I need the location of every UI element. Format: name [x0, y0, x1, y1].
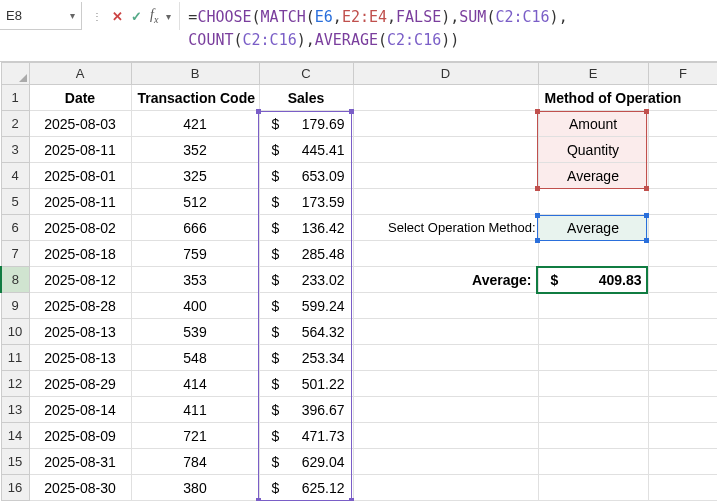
cell[interactable] — [353, 189, 538, 215]
cell[interactable]: 2025-08-31 — [29, 449, 131, 475]
cell[interactable]: 512 — [131, 189, 259, 215]
cell[interactable]: 666 — [131, 215, 259, 241]
cell[interactable] — [648, 137, 717, 163]
cell[interactable] — [648, 345, 717, 371]
cell[interactable]: 325 — [131, 163, 259, 189]
cell[interactable] — [538, 397, 648, 423]
cell[interactable]: 721 — [131, 423, 259, 449]
row-header[interactable]: 5 — [1, 189, 29, 215]
active-cell[interactable]: $409.83 — [538, 267, 648, 293]
cell[interactable] — [648, 215, 717, 241]
col-header-E[interactable]: E — [538, 63, 648, 85]
cell[interactable]: 2025-08-11 — [29, 137, 131, 163]
cell[interactable]: 421 — [131, 111, 259, 137]
cell[interactable] — [538, 189, 648, 215]
cell[interactable]: 2025-08-13 — [29, 319, 131, 345]
cell[interactable]: Sales — [259, 85, 353, 111]
row-header[interactable]: 3 — [1, 137, 29, 163]
row-header[interactable]: 9 — [1, 293, 29, 319]
cell[interactable] — [538, 345, 648, 371]
cell[interactable]: $564.32 — [259, 319, 353, 345]
cell[interactable]: 759 — [131, 241, 259, 267]
row-header[interactable]: 7 — [1, 241, 29, 267]
cell[interactable]: 2025-08-28 — [29, 293, 131, 319]
cell[interactable]: 414 — [131, 371, 259, 397]
cell[interactable]: 2025-08-09 — [29, 423, 131, 449]
cell[interactable]: 2025-08-02 — [29, 215, 131, 241]
name-box[interactable]: E8 ▾ — [0, 2, 82, 30]
cell[interactable] — [538, 293, 648, 319]
cell[interactable] — [353, 345, 538, 371]
cell[interactable]: Select Operation Method: — [353, 215, 538, 241]
cell[interactable]: Date — [29, 85, 131, 111]
row-header[interactable]: 16 — [1, 475, 29, 501]
chevron-down-icon[interactable]: ▾ — [166, 11, 171, 22]
row-header[interactable]: 11 — [1, 345, 29, 371]
cell[interactable]: 784 — [131, 449, 259, 475]
row-header[interactable]: 10 — [1, 319, 29, 345]
cell[interactable]: 2025-08-30 — [29, 475, 131, 501]
cell[interactable] — [648, 423, 717, 449]
cell[interactable]: $625.12 — [259, 475, 353, 501]
cell[interactable]: 2025-08-11 — [29, 189, 131, 215]
cell[interactable]: $629.04 — [259, 449, 353, 475]
row-header[interactable]: 4 — [1, 163, 29, 189]
cell[interactable] — [648, 293, 717, 319]
row-header[interactable]: 6 — [1, 215, 29, 241]
cell[interactable] — [353, 241, 538, 267]
cell[interactable]: Average — [538, 163, 648, 189]
cell[interactable]: $253.34 — [259, 345, 353, 371]
cell[interactable]: $396.67 — [259, 397, 353, 423]
cell[interactable] — [538, 449, 648, 475]
cell[interactable]: Amount — [538, 111, 648, 137]
confirm-icon[interactable]: ✓ — [131, 9, 142, 24]
cell[interactable]: $501.22 — [259, 371, 353, 397]
cell[interactable]: 400 — [131, 293, 259, 319]
cell[interactable]: $445.41 — [259, 137, 353, 163]
formula-input[interactable]: =CHOOSE(MATCH(E6,E2:E4,FALSE),SUM(C2:C16… — [180, 0, 717, 57]
cell[interactable] — [538, 423, 648, 449]
cell[interactable] — [353, 293, 538, 319]
cell[interactable] — [538, 319, 648, 345]
row-header[interactable]: 15 — [1, 449, 29, 475]
cell[interactable]: Quantity — [538, 137, 648, 163]
cell[interactable]: $599.24 — [259, 293, 353, 319]
cell[interactable]: 411 — [131, 397, 259, 423]
cell[interactable]: $653.09 — [259, 163, 353, 189]
cell[interactable] — [538, 371, 648, 397]
cell[interactable]: Method of Operation — [538, 85, 648, 111]
cell[interactable]: 2025-08-01 — [29, 163, 131, 189]
dots-icon[interactable]: ⋮ — [90, 11, 104, 22]
cell[interactable]: 539 — [131, 319, 259, 345]
cell[interactable] — [353, 423, 538, 449]
cell[interactable] — [538, 241, 648, 267]
cell[interactable] — [648, 241, 717, 267]
row-header[interactable]: 13 — [1, 397, 29, 423]
cell[interactable]: 2025-08-13 — [29, 345, 131, 371]
cell[interactable] — [353, 111, 538, 137]
row-header[interactable]: 1 — [1, 85, 29, 111]
cell[interactable] — [648, 189, 717, 215]
cell[interactable]: 352 — [131, 137, 259, 163]
chevron-down-icon[interactable]: ▾ — [70, 10, 75, 21]
col-header-C[interactable]: C — [259, 63, 353, 85]
cell[interactable]: 2025-08-18 — [29, 241, 131, 267]
col-header-D[interactable]: D — [353, 63, 538, 85]
cell[interactable] — [353, 449, 538, 475]
cell[interactable]: $179.69 — [259, 111, 353, 137]
cell[interactable]: 353 — [131, 267, 259, 293]
cell[interactable]: 380 — [131, 475, 259, 501]
row-header[interactable]: 14 — [1, 423, 29, 449]
col-header-A[interactable]: A — [29, 63, 131, 85]
cell[interactable] — [648, 397, 717, 423]
cell[interactable] — [648, 111, 717, 137]
cancel-icon[interactable]: ✕ — [112, 9, 123, 24]
cell[interactable] — [353, 137, 538, 163]
cell[interactable]: $233.02 — [259, 267, 353, 293]
cell[interactable] — [648, 371, 717, 397]
cell[interactable] — [353, 371, 538, 397]
cell[interactable] — [353, 397, 538, 423]
col-header-B[interactable]: B — [131, 63, 259, 85]
cell[interactable] — [538, 475, 648, 501]
cell[interactable]: Average — [538, 215, 648, 241]
